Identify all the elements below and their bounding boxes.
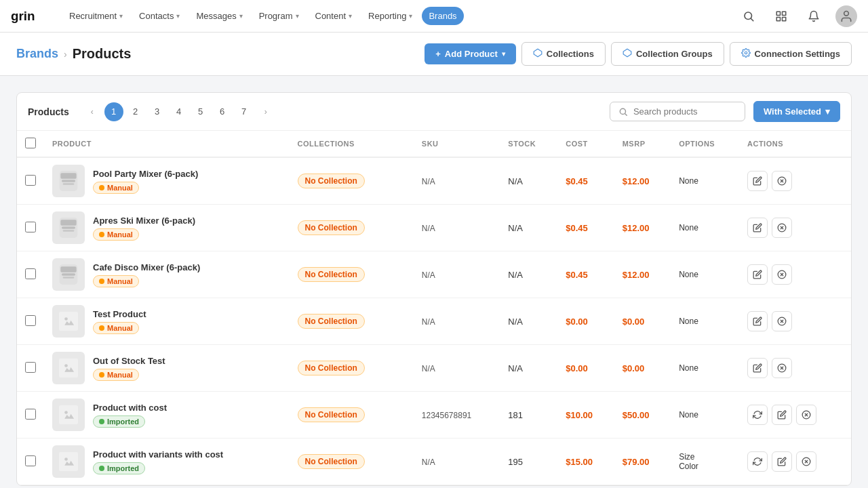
pagination-prev[interactable]: ‹	[83, 102, 102, 121]
breadcrumb-separator: ›	[64, 49, 67, 60]
product-thumbnail	[52, 211, 85, 244]
row-checkbox[interactable]	[25, 175, 36, 186]
pagination-page-3[interactable]: 3	[148, 102, 167, 121]
col-header-msrp: MSRP	[614, 131, 671, 157]
user-avatar[interactable]	[835, 5, 857, 27]
select-all-checkbox[interactable]	[25, 138, 36, 148]
chevron-down-icon: ▾	[825, 106, 830, 117]
apps-icon-btn[interactable]	[770, 5, 792, 27]
nav-item-recruitment[interactable]: Recruitment ▾	[62, 7, 130, 25]
badge-dot-icon	[99, 372, 104, 378]
edit-button[interactable]	[747, 311, 768, 331]
edit-button[interactable]	[772, 451, 792, 472]
search-box	[610, 102, 745, 121]
cost-cell: $0.45	[557, 157, 614, 205]
product-info: Apres Ski Mixer (6-pack) Manual	[93, 216, 195, 241]
svg-point-40	[64, 364, 68, 367]
pagination-page-4[interactable]: 4	[170, 102, 189, 121]
no-collection-tag: No Collection	[298, 220, 365, 235]
cost-cell: $10.00	[557, 392, 614, 439]
pagination-page-2[interactable]: 2	[126, 102, 145, 121]
svg-text:grin: grin	[11, 9, 35, 23]
delete-button[interactable]	[772, 264, 792, 285]
no-collection-tag: No Collection	[298, 454, 365, 469]
svg-rect-21	[60, 220, 76, 225]
product-cell: Apres Ski Mixer (6-pack) Manual	[44, 205, 290, 251]
pagination-page-6[interactable]: 6	[213, 102, 232, 121]
delete-button[interactable]	[772, 311, 792, 331]
options-value: SizeColor	[679, 452, 731, 471]
stock-cell: N/A	[500, 251, 557, 298]
pagination-page-1[interactable]: 1	[104, 102, 123, 121]
edit-button[interactable]	[747, 358, 768, 378]
msrp-cell: $12.00	[614, 205, 671, 251]
sku-value: N/A	[422, 317, 435, 327]
search-icon-btn[interactable]	[738, 5, 760, 27]
add-product-button[interactable]: + Add Product ▾	[425, 43, 516, 64]
sku-cell: N/A	[414, 205, 500, 251]
sync-button[interactable]	[747, 405, 768, 425]
svg-marker-9	[623, 49, 631, 57]
pagination-next[interactable]: ›	[256, 102, 275, 121]
badge-dot-icon	[99, 325, 104, 331]
nav-item-content[interactable]: Content ▾	[309, 7, 359, 25]
delete-button[interactable]	[772, 171, 792, 191]
collection-groups-button[interactable]: Collection Groups	[611, 42, 724, 66]
row-checkbox[interactable]	[25, 409, 36, 420]
product-badge: Imported	[93, 462, 145, 474]
delete-button[interactable]	[796, 451, 816, 472]
badge-dot-icon	[99, 279, 104, 284]
sku-cell: N/A	[414, 439, 500, 485]
msrp-cell: $50.00	[614, 392, 671, 439]
product-cell: Test Product Manual	[44, 298, 290, 345]
edit-button[interactable]	[747, 218, 768, 238]
delete-button[interactable]	[796, 405, 816, 425]
notifications-icon-btn[interactable]	[803, 5, 825, 27]
stock-cell: N/A	[500, 205, 557, 251]
delete-button[interactable]	[772, 358, 792, 378]
nav-item-messages[interactable]: Messages ▾	[189, 7, 249, 25]
nav-item-brands[interactable]: Brands	[422, 7, 463, 25]
edit-button[interactable]	[747, 264, 768, 285]
edit-button[interactable]	[747, 171, 768, 191]
row-checkbox[interactable]	[25, 315, 36, 326]
msrp-value: $0.00	[623, 317, 645, 327]
nav-item-reporting[interactable]: Reporting ▾	[361, 7, 419, 25]
product-name: Pool Party Mixer (6-pack)	[93, 169, 198, 179]
row-checkbox[interactable]	[25, 455, 36, 466]
badge-dot-icon	[99, 419, 104, 424]
delete-button[interactable]	[772, 218, 792, 238]
options-value: None	[679, 270, 731, 279]
svg-rect-39	[59, 359, 78, 378]
svg-rect-34	[59, 312, 78, 331]
cost-cell: $0.45	[557, 251, 614, 298]
actions-cell	[739, 345, 851, 392]
options-cell: None	[671, 205, 739, 251]
sku-cell: N/A	[414, 345, 500, 392]
search-input[interactable]	[633, 106, 735, 117]
product-cell: Product with cost Imported	[44, 392, 290, 439]
collections-button[interactable]: Collections	[521, 42, 606, 66]
connection-settings-button[interactable]: Connection Settings	[730, 42, 852, 66]
nav-item-program[interactable]: Program ▾	[252, 7, 306, 25]
svg-rect-29	[62, 273, 75, 275]
collection-cell: No Collection	[290, 439, 414, 485]
pagination-page-7[interactable]: 7	[235, 102, 254, 121]
product-info: Cafe Disco Mixer (6-pack) Manual	[93, 262, 200, 287]
sku-cell: 12345678891	[414, 392, 500, 439]
row-checkbox[interactable]	[25, 268, 36, 279]
with-selected-button[interactable]: With Selected ▾	[753, 101, 840, 122]
pagination-page-5[interactable]: 5	[191, 102, 210, 121]
logo[interactable]: grin	[11, 8, 52, 24]
row-checkbox[interactable]	[25, 222, 36, 232]
msrp-cell: $12.00	[614, 251, 671, 298]
no-collection-tag: No Collection	[298, 361, 365, 375]
nav-item-contacts[interactable]: Contacts ▾	[132, 7, 186, 25]
edit-button[interactable]	[772, 405, 792, 425]
row-checkbox[interactable]	[25, 362, 36, 373]
top-nav: grin Recruitment ▾ Contacts ▾ Messages ▾…	[0, 0, 868, 33]
sync-button[interactable]	[747, 451, 768, 472]
breadcrumb-brands[interactable]: Brands	[16, 47, 58, 61]
sku-value: N/A	[422, 270, 435, 280]
sku-value: N/A	[422, 458, 435, 467]
